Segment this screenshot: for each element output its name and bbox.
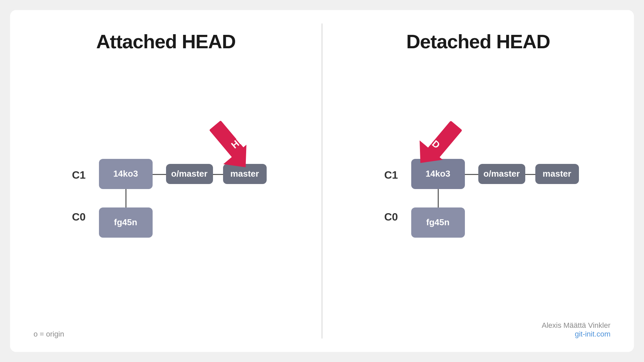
right-connector-h2 <box>525 174 535 175</box>
website-link[interactable]: git-init.com <box>542 330 610 339</box>
right-node-master: master <box>535 164 579 184</box>
left-node-c0: fg45n <box>99 207 153 238</box>
right-head-arrow: HEAD <box>401 112 475 182</box>
left-head-arrow: HEAD <box>196 112 270 182</box>
right-c1-label: C1 <box>384 169 398 181</box>
right-panel-title: Detached HEAD <box>346 30 610 53</box>
right-node-omaster: o/master <box>478 164 525 184</box>
legend-text: o = origin <box>34 330 64 339</box>
author-info: Alexis Määttä Vinkler git-init.com <box>542 321 610 339</box>
left-node-c1: 14ko3 <box>99 159 153 189</box>
right-diagram-area: C1 C0 14ko3 o/master master <box>346 73 610 339</box>
right-panel: Detached HEAD C1 C0 14ko3 o/master <box>322 10 634 352</box>
left-panel-title: Attached HEAD <box>34 30 298 53</box>
slide: Attached HEAD C1 C0 14ko3 o/master <box>10 10 634 352</box>
left-connector-v1 <box>125 189 126 207</box>
left-connector-h1 <box>153 174 166 175</box>
right-connector-v1 <box>438 189 439 207</box>
author-name: Alexis Määttä Vinkler <box>542 321 610 329</box>
left-c0-label: C0 <box>72 211 86 223</box>
right-node-c0: fg45n <box>411 207 465 238</box>
right-c0-label: C0 <box>384 211 398 223</box>
left-diagram-area: C1 C0 14ko3 o/master master <box>34 73 298 339</box>
left-c1-label: C1 <box>72 169 86 181</box>
left-panel: Attached HEAD C1 C0 14ko3 o/master <box>10 10 322 352</box>
